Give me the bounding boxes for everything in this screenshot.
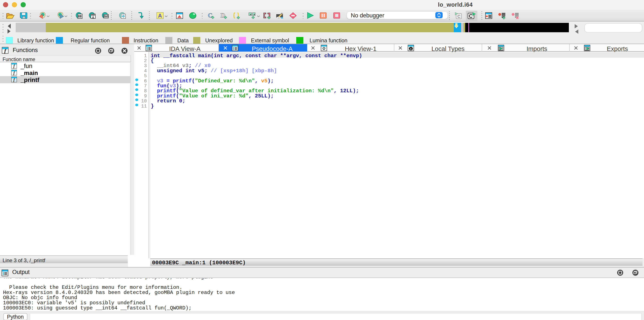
svg-text:C: C xyxy=(458,14,460,19)
svg-text:t: t xyxy=(410,47,412,51)
svg-text:A: A xyxy=(158,13,162,19)
svg-text:C: C xyxy=(469,13,472,19)
